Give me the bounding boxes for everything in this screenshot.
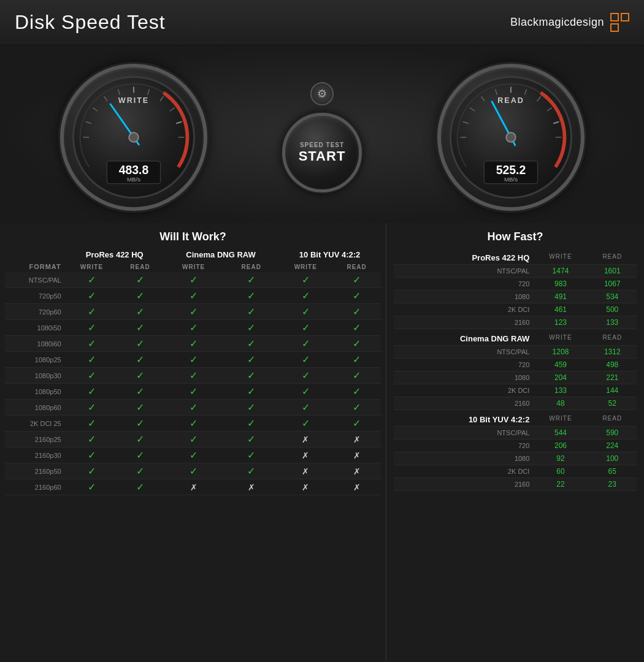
hf-read-val: 1312 <box>588 346 637 359</box>
hf-write-val: 461 <box>533 303 588 316</box>
check-icon: ✓ <box>136 338 144 349</box>
check-cell: ✓ <box>66 352 118 368</box>
table-row: 2K DCI 25✓✓✓✓✓✓ <box>5 416 381 432</box>
check-icon: ✓ <box>247 450 255 460</box>
svg-line-4 <box>118 89 120 95</box>
hf-format-label: 2160 <box>394 316 533 329</box>
check-cell: ✓ <box>66 432 118 447</box>
check-icon: ✓ <box>247 402 255 413</box>
check-cell: ✓ <box>332 272 381 288</box>
hf-data-row: 2K DCI 60 65 <box>394 465 637 478</box>
hf-format-label: 720 <box>394 439 533 452</box>
hf-data-row: 2160 48 52 <box>394 397 637 410</box>
check-cell: ✓ <box>332 400 381 416</box>
how-fast-panel: How Fast? ProRes 422 HQ WRITE READ NTSC/… <box>386 223 644 661</box>
svg-line-2 <box>93 108 98 112</box>
hf-read-col: READ <box>588 410 637 427</box>
check-icon: ✓ <box>302 322 310 333</box>
check-cell: ✓ <box>224 416 278 432</box>
hf-format-label: 720 <box>394 278 533 291</box>
cross-cell: ✗ <box>278 432 332 447</box>
check-icon: ✓ <box>136 434 144 444</box>
svg-line-21 <box>495 89 497 95</box>
hf-write-val: 459 <box>533 359 588 371</box>
check-cell: ✓ <box>66 288 118 304</box>
check-cell: ✓ <box>117 432 163 447</box>
check-icon: ✓ <box>136 275 144 285</box>
cross-icon: ✗ <box>302 466 309 476</box>
cdng-header: Cinema DNG RAW <box>163 248 278 261</box>
cross-icon: ✗ <box>190 482 197 492</box>
table-row: 2160p50✓✓✓✓✗✗ <box>5 463 381 479</box>
format-label: 2160p25 <box>5 432 66 447</box>
check-icon: ✓ <box>190 370 197 381</box>
read-gauge-outer: READ 525.2 MB/s <box>437 64 585 211</box>
check-cell: ✓ <box>278 352 332 368</box>
check-icon: ✓ <box>353 291 361 301</box>
hf-read-val: 23 <box>588 478 637 491</box>
check-cell: ✓ <box>278 416 332 432</box>
check-cell: ✓ <box>163 288 224 304</box>
hf-format-label: NTSC/PAL <box>394 265 533 278</box>
cross-icon: ✗ <box>353 451 361 460</box>
svg-line-26 <box>553 122 559 124</box>
check-icon: ✓ <box>88 450 96 460</box>
format-sub: FORMAT <box>5 261 66 272</box>
brand-logo: Blackmagicdesign <box>510 13 629 32</box>
settings-button[interactable]: ⚙ <box>310 82 334 105</box>
hf-write-val: 1208 <box>533 346 588 359</box>
start-button[interactable]: SPEED TEST START <box>282 113 362 192</box>
hf-group-name: Cinema DNG RAW <box>394 329 533 346</box>
prores-write-sub: WRITE <box>66 261 118 272</box>
check-cell: ✓ <box>278 400 332 416</box>
cross-cell: ✗ <box>332 447 381 463</box>
hf-read-val: 500 <box>588 303 637 316</box>
check-icon: ✓ <box>88 322 96 333</box>
svg-line-25 <box>546 108 551 112</box>
start-label: START <box>299 148 346 164</box>
check-icon: ✓ <box>88 418 96 428</box>
gauges-section: WRITE 483.8 MB/s ⚙ SPEED TEST START <box>0 45 644 223</box>
hf-data-row: 1080 92 100 <box>394 452 637 465</box>
check-cell: ✓ <box>117 288 163 304</box>
check-cell: ✓ <box>163 416 224 432</box>
check-cell: ✓ <box>278 336 332 352</box>
table-row: 1080p50✓✓✓✓✓✓ <box>5 384 381 400</box>
check-icon: ✓ <box>136 291 144 301</box>
check-cell: ✓ <box>117 336 163 352</box>
check-icon: ✓ <box>190 338 197 349</box>
check-icon: ✓ <box>136 450 144 460</box>
check-cell: ✓ <box>117 479 163 495</box>
check-icon: ✓ <box>353 418 361 428</box>
check-cell: ✓ <box>163 400 224 416</box>
brand-name: Blackmagicdesign <box>510 16 604 29</box>
check-icon: ✓ <box>302 275 310 285</box>
format-label: 1080i50 <box>5 320 66 336</box>
svg-text:525.2: 525.2 <box>496 163 526 177</box>
check-icon: ✓ <box>302 402 310 413</box>
check-icon: ✓ <box>88 466 96 476</box>
hf-format-label: 2K DCI <box>394 465 533 478</box>
check-icon: ✓ <box>136 482 144 492</box>
svg-line-6 <box>147 89 149 95</box>
check-icon: ✓ <box>247 434 255 444</box>
hf-read-val: 1067 <box>588 278 637 291</box>
check-cell: ✓ <box>163 272 224 288</box>
hf-write-val: 491 <box>533 291 588 303</box>
check-icon: ✓ <box>353 354 361 365</box>
check-icon: ✓ <box>247 322 255 333</box>
svg-line-23 <box>524 89 526 95</box>
write-gauge-container: WRITE 483.8 MB/s <box>0 64 267 211</box>
check-icon: ✓ <box>302 338 310 349</box>
svg-line-20 <box>481 96 485 101</box>
format-label: 1080p25 <box>5 352 66 368</box>
check-cell: ✓ <box>66 384 118 400</box>
check-icon: ✓ <box>353 402 361 413</box>
svg-text:MB/s: MB/s <box>504 176 517 183</box>
how-fast-table: ProRes 422 HQ WRITE READ NTSC/PAL 1474 1… <box>394 248 637 491</box>
hf-format-label: 1080 <box>394 291 533 303</box>
hf-data-row: 1080 491 534 <box>394 291 637 303</box>
hf-read-val: 100 <box>588 452 637 465</box>
check-icon: ✓ <box>88 482 96 492</box>
prores-read-sub: READ <box>117 261 163 272</box>
